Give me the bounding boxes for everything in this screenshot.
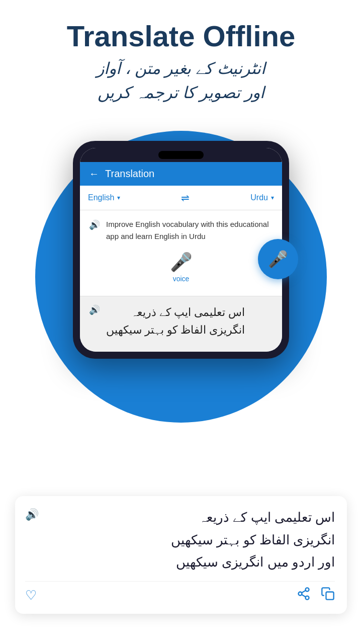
voice-section: 🎤 voice [89, 243, 273, 290]
app-header-bar: ← Translation [80, 162, 282, 186]
bottom-translated-text: اس تعلیمی ایپ کے ذریعہ انگریزی الفاظ کو … [46, 506, 335, 573]
svg-line-3 [302, 595, 306, 597]
target-language-button[interactable]: Urdu ▾ [250, 193, 274, 202]
target-lang-chevron: ▾ [271, 194, 274, 201]
bottom-speaker-icon[interactable]: 🔊 [25, 508, 39, 521]
source-text-row: 🔊 Improve English vocabulary with this e… [89, 218, 273, 243]
swap-languages-button[interactable]: ⇌ [181, 192, 190, 204]
header-subtitle: انٹرنیٹ کے بغیر متن ، آواز اور تصویر کا … [0, 56, 362, 105]
source-lang-label: English [88, 193, 114, 202]
voice-mic-icon[interactable]: 🎤 [89, 252, 273, 273]
notch-pill [158, 151, 204, 159]
translated-partial-area: 🔊 اس تعلیمی ایپ کے ذریعہ انگریزی الفاظ ک… [80, 296, 282, 352]
title-translate: Translate [67, 20, 195, 52]
voice-label: voice [89, 275, 273, 283]
bottom-card-content: 🔊 اس تعلیمی ایپ کے ذریعہ انگریزی الفاظ ک… [25, 506, 335, 573]
svg-rect-5 [326, 592, 334, 600]
source-lang-chevron: ▾ [117, 194, 120, 201]
subtitle-line2: اور تصویر کا ترجمہ کریں [0, 80, 362, 105]
subtitle-line1: انٹرنیٹ کے بغیر متن ، آواز [0, 56, 362, 80]
bottom-card-actions: ♡ [25, 581, 335, 604]
header-title: Translate Offline [0, 20, 362, 52]
phone-screen: ← Translation English ▾ ⇌ Urdu ▾ 🔊 [80, 148, 282, 352]
language-selector: English ▾ ⇌ Urdu ▾ [80, 186, 282, 210]
target-lang-label: Urdu [250, 193, 268, 202]
header-section: Translate Offline انٹرنیٹ کے بغیر متن ، … [0, 0, 362, 105]
bottom-translation-card: 🔊 اس تعلیمی ایپ کے ذریعہ انگریزی الفاظ ک… [15, 496, 347, 614]
svg-line-4 [302, 591, 306, 593]
source-speaker-icon[interactable]: 🔊 [89, 219, 100, 230]
phone-mockup: 🎤 ← Translation English ▾ ⇌ Urdu [73, 141, 289, 359]
phone-notch [80, 148, 282, 162]
title-offline: Offline [203, 20, 296, 52]
source-text-area[interactable]: 🔊 Improve English vocabulary with this e… [80, 210, 282, 296]
translated-speaker-icon[interactable]: 🔊 [89, 304, 100, 315]
source-language-button[interactable]: English ▾ [88, 193, 120, 202]
back-button[interactable]: ← [89, 168, 99, 180]
share-button[interactable] [297, 587, 311, 604]
app-title: Translation [105, 168, 154, 180]
phone-frame: ← Translation English ▾ ⇌ Urdu ▾ 🔊 [73, 141, 289, 359]
floating-mic-button[interactable]: 🎤 [258, 239, 298, 279]
translated-text-partial: اس تعلیمی ایپ کے ذریعہ انگریزی الفاظ کو … [106, 303, 245, 339]
source-text-content: Improve English vocabulary with this edu… [106, 218, 273, 243]
favorite-button[interactable]: ♡ [25, 588, 37, 603]
action-buttons-right [297, 587, 335, 604]
floating-mic-icon: 🎤 [268, 250, 288, 269]
copy-button[interactable] [321, 587, 335, 604]
